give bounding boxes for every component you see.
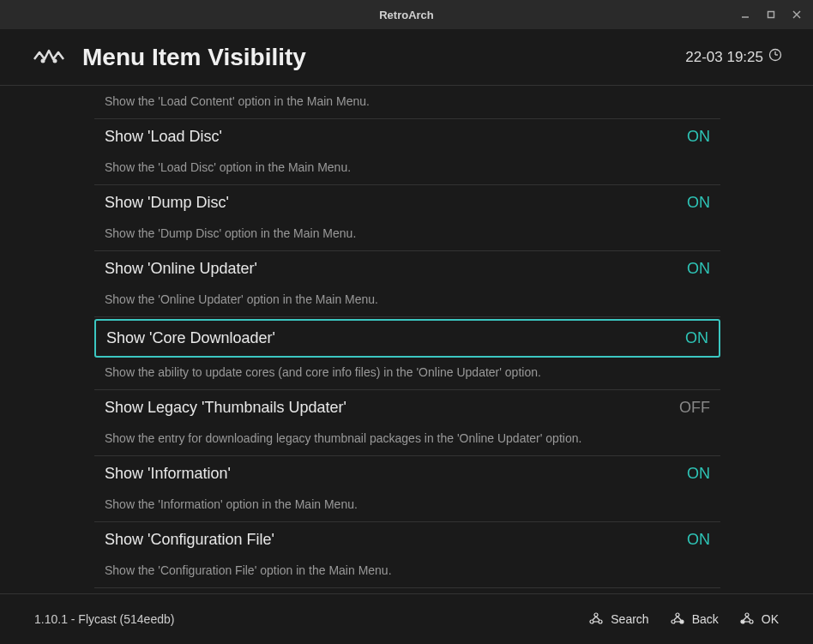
setting-toggle[interactable]: Show Legacy 'Thumbnails Updater'OFF	[94, 390, 720, 425]
svg-point-21	[745, 613, 749, 617]
svg-point-9	[594, 613, 598, 617]
setting-value: ON	[687, 465, 710, 483]
setting-value: ON	[687, 194, 710, 212]
setting-description: Show the 'Configuration File' option in …	[94, 557, 678, 587]
settings-list: Show the 'Load Content' option in the Ma…	[94, 86, 720, 588]
setting-item: Show 'Configuration File'ONShow the 'Con…	[94, 522, 720, 588]
gamepad-button-icon	[670, 611, 685, 627]
clock-icon	[768, 48, 782, 66]
setting-label: Show 'Information'	[105, 465, 231, 483]
setting-value: ON	[687, 260, 710, 278]
version-text: 1.10.1 - Flycast (514eedb)	[34, 612, 174, 626]
window-titlebar: RetroArch	[0, 0, 813, 29]
setting-toggle[interactable]: Show 'Configuration File'ON	[94, 522, 720, 557]
svg-line-25	[747, 617, 750, 620]
page-header: Menu Item Visibility 22-03 19:25	[0, 29, 813, 86]
setting-item: Show 'Information'ONShow the 'Informatio…	[94, 456, 720, 522]
item-description: Show the 'Load Content' option in the Ma…	[94, 86, 720, 119]
svg-point-5	[53, 58, 57, 63]
hint-back: Back	[670, 611, 719, 627]
svg-point-17	[680, 620, 684, 623]
setting-toggle[interactable]: Show 'Core Downloader'ON	[94, 319, 720, 358]
minimize-icon[interactable]	[739, 9, 751, 21]
setting-value: ON	[685, 329, 708, 347]
setting-description: Show the 'Load Disc' option in the Main …	[94, 154, 678, 184]
setting-description: Show the ability to update cores (and co…	[94, 359, 678, 389]
setting-description: Show the 'Dump Disc' option in the Main …	[94, 220, 678, 250]
setting-item: Show Legacy 'Thumbnails Updater'OFFShow …	[94, 390, 720, 456]
setting-item: Show 'Core Downloader'ONShow the ability…	[94, 319, 720, 390]
svg-point-4	[41, 58, 45, 63]
setting-toggle[interactable]: Show 'Load Disc'ON	[94, 119, 720, 154]
setting-label: Show 'Dump Disc'	[105, 194, 229, 212]
svg-point-10	[590, 620, 593, 623]
setting-toggle[interactable]: Show 'Information'ON	[94, 456, 720, 491]
svg-line-24	[744, 617, 747, 620]
setting-description: Show the 'Online Updater' option in the …	[94, 286, 678, 316]
setting-label: Show 'Load Disc'	[105, 128, 222, 146]
svg-point-11	[599, 620, 602, 623]
setting-description: Show the 'Information' option in the Mai…	[94, 491, 678, 521]
setting-toggle[interactable]: Show 'Online Updater'ON	[94, 251, 720, 286]
hint-ok: OK	[739, 611, 779, 627]
svg-point-16	[671, 620, 675, 623]
footer: 1.10.1 - Flycast (514eedb) Search Back O…	[0, 593, 813, 644]
retroarch-logo-icon	[31, 45, 67, 69]
input-hints: Search Back OK	[588, 611, 779, 627]
clock: 22-03 19:25	[685, 48, 782, 66]
setting-value: ON	[687, 531, 710, 549]
svg-point-15	[676, 613, 679, 617]
setting-description: Show the entry for downloading legacy th…	[94, 425, 678, 455]
svg-point-23	[750, 620, 753, 623]
window-controls	[739, 9, 813, 21]
svg-point-22	[741, 620, 744, 623]
close-icon[interactable]	[791, 9, 803, 21]
hint-label: Back	[692, 612, 719, 626]
svg-line-12	[593, 617, 596, 620]
hint-label: Search	[611, 612, 648, 626]
setting-value: ON	[687, 128, 710, 146]
gamepad-button-icon	[588, 611, 604, 627]
svg-line-19	[678, 617, 681, 620]
clock-time: 22-03 19:25	[685, 49, 763, 66]
window-title: RetroArch	[379, 9, 434, 21]
setting-label: Show Legacy 'Thumbnails Updater'	[105, 399, 346, 417]
page-title: Menu Item Visibility	[82, 44, 306, 71]
setting-label: Show 'Online Updater'	[105, 260, 257, 278]
svg-line-18	[674, 617, 678, 620]
svg-rect-1	[768, 12, 774, 18]
content-area: Show the 'Load Content' option in the Ma…	[0, 86, 813, 593]
setting-item: Show 'Load Disc'ONShow the 'Load Disc' o…	[94, 119, 720, 185]
gamepad-button-icon	[739, 611, 755, 627]
svg-line-13	[596, 617, 599, 620]
setting-value: OFF	[679, 399, 710, 417]
setting-toggle[interactable]: Show 'Dump Disc'ON	[94, 185, 720, 220]
setting-label: Show 'Configuration File'	[105, 531, 274, 549]
setting-item: Show 'Dump Disc'ONShow the 'Dump Disc' o…	[94, 185, 720, 251]
setting-item: Show 'Online Updater'ONShow the 'Online …	[94, 251, 720, 317]
hint-label: OK	[762, 612, 779, 626]
setting-label: Show 'Core Downloader'	[106, 329, 275, 347]
hint-search: Search	[588, 611, 648, 627]
maximize-icon[interactable]	[765, 9, 777, 21]
